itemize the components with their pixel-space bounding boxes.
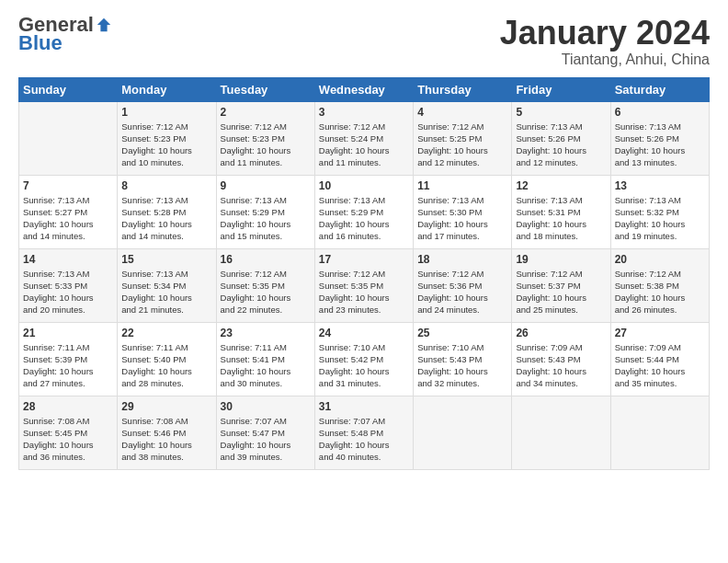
col-saturday: Saturday <box>610 77 709 101</box>
col-tuesday: Tuesday <box>216 77 314 101</box>
calendar-cell: 3Sunrise: 7:12 AM Sunset: 5:24 PM Daylig… <box>314 101 413 175</box>
day-info: Sunrise: 7:12 AM Sunset: 5:38 PM Dayligh… <box>615 268 705 316</box>
calendar-cell: 2Sunrise: 7:12 AM Sunset: 5:23 PM Daylig… <box>216 101 314 175</box>
calendar-cell: 14Sunrise: 7:13 AM Sunset: 5:33 PM Dayli… <box>19 248 118 322</box>
day-number: 9 <box>221 179 311 192</box>
day-info: Sunrise: 7:13 AM Sunset: 5:33 PM Dayligh… <box>23 268 113 316</box>
col-monday: Monday <box>118 77 216 101</box>
col-friday: Friday <box>512 77 610 101</box>
calendar-cell: 23Sunrise: 7:11 AM Sunset: 5:41 PM Dayli… <box>216 322 314 396</box>
calendar-cell <box>610 396 709 469</box>
day-number: 23 <box>221 327 311 339</box>
day-info: Sunrise: 7:11 AM Sunset: 5:39 PM Dayligh… <box>23 341 113 390</box>
day-number: 27 <box>615 327 705 339</box>
day-number: 12 <box>516 179 606 192</box>
day-number: 7 <box>23 179 113 192</box>
week-row-3: 21Sunrise: 7:11 AM Sunset: 5:39 PM Dayli… <box>19 322 710 396</box>
col-wednesday: Wednesday <box>314 77 413 101</box>
calendar-cell: 24Sunrise: 7:10 AM Sunset: 5:42 PM Dayli… <box>314 322 413 396</box>
location: Tiantang, Anhui, China <box>500 52 710 68</box>
calendar-cell: 12Sunrise: 7:13 AM Sunset: 5:31 PM Dayli… <box>512 175 610 248</box>
header-row: Sunday Monday Tuesday Wednesday Thursday… <box>19 77 710 101</box>
calendar-cell: 19Sunrise: 7:12 AM Sunset: 5:37 PM Dayli… <box>512 248 610 322</box>
calendar-cell <box>414 396 512 469</box>
day-number: 26 <box>516 327 606 339</box>
day-info: Sunrise: 7:12 AM Sunset: 5:35 PM Dayligh… <box>319 268 409 316</box>
day-info: Sunrise: 7:11 AM Sunset: 5:41 PM Dayligh… <box>221 341 311 390</box>
month-title: January 2024 <box>500 15 710 52</box>
day-number: 1 <box>121 106 211 119</box>
day-number: 6 <box>615 106 705 119</box>
calendar-table: Sunday Monday Tuesday Wednesday Thursday… <box>18 77 710 470</box>
week-row-2: 14Sunrise: 7:13 AM Sunset: 5:33 PM Dayli… <box>19 248 710 322</box>
calendar-cell: 16Sunrise: 7:12 AM Sunset: 5:35 PM Dayli… <box>216 248 314 322</box>
day-info: Sunrise: 7:12 AM Sunset: 5:35 PM Dayligh… <box>221 268 311 316</box>
week-row-4: 28Sunrise: 7:08 AM Sunset: 5:45 PM Dayli… <box>19 396 710 469</box>
calendar-cell: 13Sunrise: 7:13 AM Sunset: 5:32 PM Dayli… <box>610 175 709 248</box>
calendar-cell: 5Sunrise: 7:13 AM Sunset: 5:26 PM Daylig… <box>512 101 610 175</box>
day-info: Sunrise: 7:11 AM Sunset: 5:40 PM Dayligh… <box>121 341 211 390</box>
logo-icon <box>96 17 112 33</box>
calendar-cell: 4Sunrise: 7:12 AM Sunset: 5:25 PM Daylig… <box>414 101 512 175</box>
day-info: Sunrise: 7:13 AM Sunset: 5:32 PM Dayligh… <box>615 194 705 243</box>
day-info: Sunrise: 7:09 AM Sunset: 5:44 PM Dayligh… <box>615 341 705 390</box>
day-number: 13 <box>615 179 705 192</box>
day-number: 21 <box>23 327 113 339</box>
day-number: 19 <box>516 253 606 266</box>
day-number: 10 <box>319 179 409 192</box>
col-sunday: Sunday <box>19 77 118 101</box>
calendar-cell: 26Sunrise: 7:09 AM Sunset: 5:43 PM Dayli… <box>512 322 610 396</box>
day-info: Sunrise: 7:09 AM Sunset: 5:43 PM Dayligh… <box>516 341 606 390</box>
day-number: 25 <box>417 327 507 339</box>
calendar-cell <box>19 101 118 175</box>
day-number: 28 <box>23 400 113 413</box>
calendar-cell: 7Sunrise: 7:13 AM Sunset: 5:27 PM Daylig… <box>19 175 118 248</box>
day-info: Sunrise: 7:10 AM Sunset: 5:43 PM Dayligh… <box>417 341 507 390</box>
day-info: Sunrise: 7:12 AM Sunset: 5:25 PM Dayligh… <box>417 121 507 169</box>
calendar-cell: 8Sunrise: 7:13 AM Sunset: 5:28 PM Daylig… <box>118 175 216 248</box>
day-number: 18 <box>417 253 507 266</box>
day-number: 8 <box>121 179 211 192</box>
day-info: Sunrise: 7:13 AM Sunset: 5:26 PM Dayligh… <box>516 121 606 169</box>
svg-marker-0 <box>97 18 110 31</box>
day-info: Sunrise: 7:12 AM Sunset: 5:24 PM Dayligh… <box>319 121 409 169</box>
day-info: Sunrise: 7:12 AM Sunset: 5:37 PM Dayligh… <box>516 268 606 316</box>
title-block: January 2024 Tiantang, Anhui, China <box>500 15 710 68</box>
day-number: 3 <box>319 106 409 119</box>
day-info: Sunrise: 7:07 AM Sunset: 5:48 PM Dayligh… <box>319 415 409 464</box>
day-info: Sunrise: 7:13 AM Sunset: 5:28 PM Dayligh… <box>121 194 211 243</box>
week-row-0: 1Sunrise: 7:12 AM Sunset: 5:23 PM Daylig… <box>19 101 710 175</box>
day-info: Sunrise: 7:10 AM Sunset: 5:42 PM Dayligh… <box>319 341 409 390</box>
day-info: Sunrise: 7:12 AM Sunset: 5:23 PM Dayligh… <box>121 121 211 169</box>
day-number: 29 <box>121 400 211 413</box>
page: General Blue January 2024 Tiantang, Anhu… <box>0 0 728 479</box>
logo-blue-text: Blue <box>18 31 63 55</box>
day-info: Sunrise: 7:08 AM Sunset: 5:46 PM Dayligh… <box>121 415 211 464</box>
day-number: 30 <box>221 400 311 413</box>
day-number: 11 <box>417 179 507 192</box>
day-number: 24 <box>319 327 409 339</box>
day-info: Sunrise: 7:08 AM Sunset: 5:45 PM Dayligh… <box>23 415 113 464</box>
day-info: Sunrise: 7:12 AM Sunset: 5:36 PM Dayligh… <box>417 268 507 316</box>
header: General Blue January 2024 Tiantang, Anhu… <box>18 15 710 68</box>
calendar-cell: 18Sunrise: 7:12 AM Sunset: 5:36 PM Dayli… <box>414 248 512 322</box>
calendar-cell: 10Sunrise: 7:13 AM Sunset: 5:29 PM Dayli… <box>314 175 413 248</box>
calendar-cell: 22Sunrise: 7:11 AM Sunset: 5:40 PM Dayli… <box>118 322 216 396</box>
day-info: Sunrise: 7:13 AM Sunset: 5:30 PM Dayligh… <box>417 194 507 243</box>
calendar-cell: 28Sunrise: 7:08 AM Sunset: 5:45 PM Dayli… <box>19 396 118 469</box>
calendar-cell: 30Sunrise: 7:07 AM Sunset: 5:47 PM Dayli… <box>216 396 314 469</box>
day-info: Sunrise: 7:13 AM Sunset: 5:34 PM Dayligh… <box>121 268 211 316</box>
day-number: 2 <box>221 106 311 119</box>
day-number: 22 <box>121 327 211 339</box>
day-number: 15 <box>121 253 211 266</box>
day-info: Sunrise: 7:12 AM Sunset: 5:23 PM Dayligh… <box>221 121 311 169</box>
day-info: Sunrise: 7:13 AM Sunset: 5:31 PM Dayligh… <box>516 194 606 243</box>
calendar-cell: 21Sunrise: 7:11 AM Sunset: 5:39 PM Dayli… <box>19 322 118 396</box>
calendar-cell <box>512 396 610 469</box>
day-info: Sunrise: 7:13 AM Sunset: 5:27 PM Dayligh… <box>23 194 113 243</box>
calendar-cell: 15Sunrise: 7:13 AM Sunset: 5:34 PM Dayli… <box>118 248 216 322</box>
calendar-cell: 9Sunrise: 7:13 AM Sunset: 5:29 PM Daylig… <box>216 175 314 248</box>
day-number: 20 <box>615 253 705 266</box>
col-thursday: Thursday <box>414 77 512 101</box>
calendar-cell: 27Sunrise: 7:09 AM Sunset: 5:44 PM Dayli… <box>610 322 709 396</box>
